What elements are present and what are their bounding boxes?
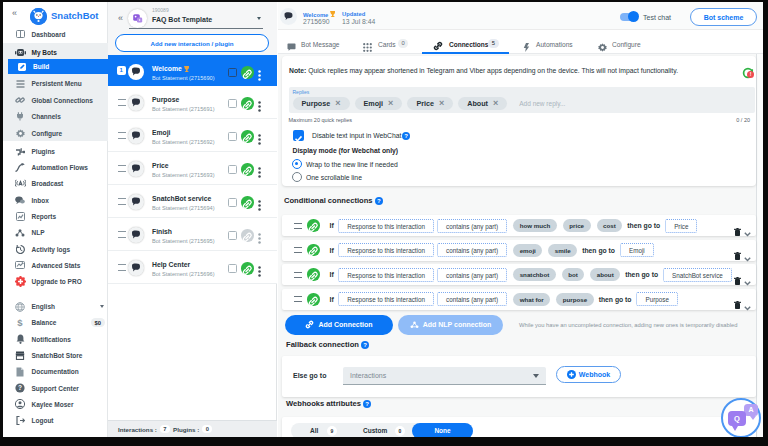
svg-text:?: ? bbox=[18, 384, 22, 391]
